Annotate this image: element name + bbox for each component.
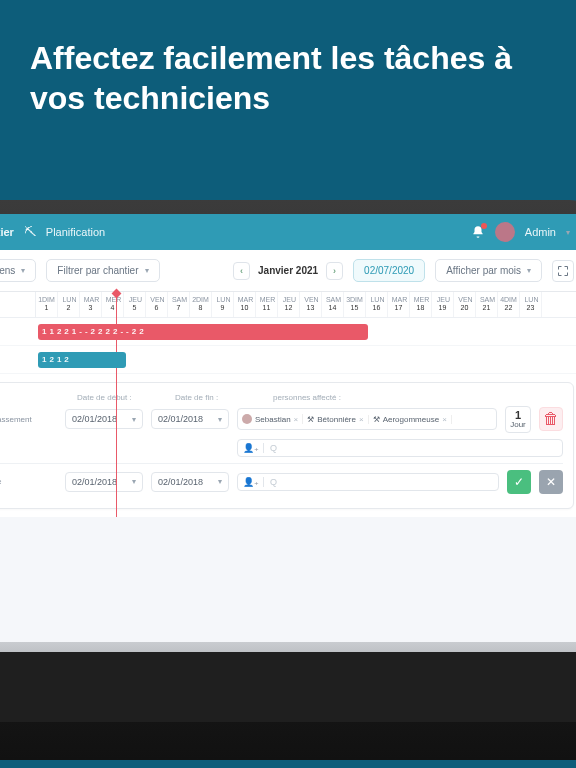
user-menu[interactable]: Admin [525,226,556,238]
gantt-row-1: 11221--2222--22 [0,318,576,346]
end-date-input[interactable]: 02/01/2018▾ [151,409,229,429]
chevron-down-icon: ▾ [21,266,25,275]
day-header: 1DIM1 [36,292,58,317]
day-header: MAR17 [388,292,410,317]
day-header: SAM14 [322,292,344,317]
chevron-down-icon: ▾ [566,228,570,237]
task-bar-teal[interactable]: 1212 [38,352,126,368]
day-header: MER18 [410,292,432,317]
add-person-input[interactable]: 👤₊ Q [237,473,499,491]
current-month: Janvier 2021 [258,265,318,276]
day-header: LUN23 [520,292,542,317]
notification-dot-icon [481,223,487,229]
start-date-input[interactable]: 02/01/2018▾ [65,472,143,492]
staff-chip[interactable]: Sebastian× [242,414,303,424]
day-header: VEN13 [300,292,322,317]
next-month-button[interactable]: › [326,262,343,280]
editor-row-1: assement 02/01/2018▾ 02/01/2018▾ Sebasti… [0,406,563,433]
confirm-button[interactable]: ✓ [507,470,531,494]
editor-row-1b: 👤₊ Q [0,439,563,457]
fullscreen-button[interactable] [552,260,574,282]
crane-icon: ⛏ [24,225,36,239]
filter-chantier[interactable]: Filtrer par chantier▾ [46,259,159,282]
end-date-input[interactable]: 02/01/2018▾ [151,472,229,492]
task-bar-red[interactable]: 11221--2222--22 [38,324,368,340]
day-header: MAR10 [234,292,256,317]
person-add-icon: 👤₊ [243,477,259,487]
cancel-button[interactable]: ✕ [539,470,563,494]
toolbar: iens▾ Filtrer par chantier▾ ‹ Janvier 20… [0,250,576,292]
month-navigator: ‹ Janvier 2021 › [233,262,343,280]
day-header: 4DIM22 [498,292,520,317]
duration-badge: 1 Jour [505,406,531,433]
day-header: VEN6 [146,292,168,317]
label-end-date: Date de fin : [175,393,253,402]
notifications-icon[interactable] [471,225,485,239]
filter-iens[interactable]: iens▾ [0,259,36,282]
day-header: LUN16 [366,292,388,317]
staff-chip[interactable]: ⚒Bétonnière× [307,415,368,424]
brand-text: ntier [0,226,14,238]
day-header: JEU19 [432,292,454,317]
day-header: LUN9 [212,292,234,317]
app-screen: ntier ⛏ Planification Admin ▾ iens▾ Filt… [0,214,576,644]
remove-chip-icon[interactable]: × [359,415,364,424]
staff-chipbox[interactable]: Sebastian×⚒Bétonnière×⚒Aerogommeuse× [237,408,497,430]
nav-planification[interactable]: Planification [46,226,105,238]
day-header: MER11 [256,292,278,317]
editor-row-2: e 02/01/2018▾ 02/01/2018▾ 👤₊ Q ✓ ✕ [0,470,563,494]
person-add-icon: 👤₊ [243,443,259,453]
chevron-down-icon: ▾ [145,266,149,275]
day-header: VEN20 [454,292,476,317]
task-editor-card: Date de début : Date de fin : personnes … [0,382,574,509]
day-header: 2DIM8 [190,292,212,317]
promo-headline: Affectez facilement les tâches à vos tec… [0,0,576,118]
day-header: JEU12 [278,292,300,317]
avatar[interactable] [495,222,515,242]
row-label: 🗑 ie [0,355,36,364]
day-header: LUN2 [58,292,80,317]
day-header: 3DIM15 [344,292,366,317]
view-mode-select[interactable]: Afficher par mois▾ [435,259,542,282]
staff-chip[interactable]: ⚒Aerogommeuse× [373,415,452,424]
day-header: SAM7 [168,292,190,317]
remove-chip-icon[interactable]: × [442,415,447,424]
laptop-keyboard [0,652,576,722]
task-name: assement [0,415,57,424]
calendar-header: 1DIM1 LUN2 MAR3 MER4 JEU5 VEN6 SAM72DIM8… [0,292,576,318]
start-date-input[interactable]: 02/01/2018▾ [65,409,143,429]
day-header: SAM21 [476,292,498,317]
prev-month-button[interactable]: ‹ [233,262,250,280]
label-staff: personnes affecté : [273,393,341,402]
remove-chip-icon[interactable]: × [294,415,299,424]
delete-task-button[interactable]: 🗑 [539,407,563,431]
calendar-area: 1DIM1 LUN2 MAR3 MER4 JEU5 VEN6 SAM72DIM8… [0,292,576,517]
gantt-row-2: 🗑 ie 1212 [0,346,576,374]
current-date-chip[interactable]: 02/07/2020 [353,259,425,282]
add-person-input[interactable]: 👤₊ Q [237,439,563,457]
chevron-down-icon: ▾ [527,266,531,275]
day-header: JEU5 [124,292,146,317]
task-name: e [0,477,57,486]
app-topbar: ntier ⛏ Planification Admin ▾ [0,214,576,250]
day-header: MAR3 [80,292,102,317]
